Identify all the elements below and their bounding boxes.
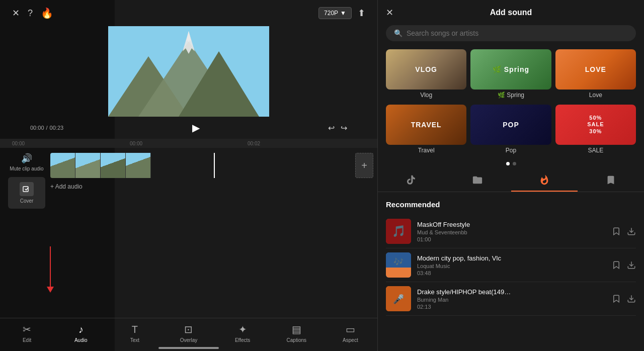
toolbar-item-aspect[interactable]: ▭ Aspect (338, 323, 363, 343)
song-item-1: 🎵 MaskOff Freestyle Mud & Seventeenbb 01… (386, 215, 636, 248)
audio-icon: ♪ (78, 324, 84, 335)
video-frame-2 (75, 153, 101, 178)
song-duration-2: 03:48 (417, 270, 606, 276)
genre-item-vlog: VLOG Vlog (386, 49, 466, 101)
toolbar-item-effects[interactable]: ✦ Effects (230, 323, 255, 343)
bottom-toolbar: ✂ Edit ♪ Audio T Text ⊡ Overlay ✦ Effect… (0, 318, 377, 351)
audio-label: Audio (74, 337, 88, 343)
search-bar[interactable]: 🔍 (386, 25, 636, 41)
song-item-3: 🎤 Drake style/HIPHOP beat(149… Burning M… (386, 282, 636, 316)
add-audio-button[interactable]: + Add audio (50, 181, 83, 192)
tab-bookmark[interactable] (578, 169, 644, 192)
add-clip-button[interactable]: + (355, 153, 373, 178)
download-icon-2 (627, 260, 636, 270)
scrubber-times: 00:00 00:00 00:02 (12, 141, 365, 146)
song-item-2: 🎶 Modern city pop, fashion, Vlc Loquat M… (386, 248, 636, 282)
recommended-section: Recommended 🎵 MaskOff Freestyle Mud & Se… (378, 194, 644, 351)
bookmark-button-2[interactable] (612, 260, 621, 270)
total-time: 00:23 (50, 125, 64, 131)
tab-tiktok[interactable] (378, 169, 444, 192)
captions-icon: ▤ (292, 323, 301, 335)
song-thumb-art-1: 🎵 (386, 219, 411, 244)
song-actions-2 (612, 260, 636, 270)
toolbar-item-text[interactable]: T Text (122, 324, 147, 343)
download-icon-1 (627, 227, 636, 236)
song-thumbnail-1: 🎵 (386, 219, 411, 244)
genre-name-spring: 🌿 Spring (470, 90, 551, 101)
dot-2 (513, 162, 516, 165)
speaker-icon: 🔊 (21, 153, 32, 164)
timeline-scrubber[interactable]: 00:00 00:00 00:02 (0, 139, 377, 148)
sound-tabs (378, 169, 644, 192)
genre-label-vlog: VLOG (386, 49, 466, 90)
quality-button[interactable]: 720P ▼ (318, 7, 352, 19)
song-thumb-art-3: 🎤 (386, 286, 411, 311)
track-controls: 🔊 Mute clip audio Cover (0, 153, 45, 313)
right-panel: ✕ Add sound 🔍 VLOG Vlog 🌿 Spring 🌿 Sprin… (377, 0, 644, 351)
red-arrow-indicator (47, 246, 54, 293)
play-button[interactable]: ▶ (192, 122, 200, 134)
genre-label-travel: TRAVEL (386, 105, 466, 145)
add-audio-label: + Add audio (50, 183, 83, 190)
time-display: 00:00 / 00:23 (30, 125, 63, 131)
genre-item-pop: POP Pop (470, 105, 551, 156)
close-button[interactable]: ✕ (12, 8, 20, 19)
edit-icon: ✂ (23, 323, 31, 335)
genre-card-vlog[interactable]: VLOG (386, 49, 466, 90)
download-button-3[interactable] (627, 294, 636, 303)
upload-button[interactable]: ⬆ (358, 8, 365, 19)
undo-redo-group: ↩ ↪ (328, 123, 347, 133)
toolbar-item-captions[interactable]: ▤ Captions (284, 323, 309, 343)
genre-name-vlog: Vlog (386, 90, 466, 101)
download-button-2[interactable] (627, 260, 636, 270)
playhead (214, 153, 215, 178)
arrow-line (50, 246, 51, 287)
sound-close-button[interactable]: ✕ (386, 7, 393, 18)
redo-button[interactable]: ↪ (341, 123, 347, 133)
song-title-3: Drake style/HIPHOP beat(149… (417, 288, 606, 296)
song-artist-3: Burning Man (417, 297, 606, 303)
song-duration-3: 02:13 (417, 304, 606, 310)
bookmark-button-1[interactable] (612, 227, 621, 236)
flame-icon: 🔥 (41, 7, 53, 19)
effects-icon: ✦ (238, 323, 247, 335)
toolbar-item-overlay[interactable]: ⊡ Overlay (176, 323, 201, 343)
genre-card-love[interactable]: LOVE (555, 49, 636, 90)
genre-card-sale[interactable]: 50%SALE30% (555, 105, 636, 145)
svg-text:🎶: 🎶 (393, 257, 404, 267)
arrow-head (47, 287, 54, 293)
cover-button[interactable]: Cover (8, 177, 45, 209)
video-strip (50, 153, 377, 178)
quality-label: 720P (324, 10, 338, 17)
toolbar-item-audio[interactable]: ♪ Audio (68, 324, 94, 343)
song-thumbnail-2: 🎶 (386, 252, 411, 278)
tab-folder[interactable] (444, 169, 511, 192)
song-info-1: MaskOff Freestyle Mud & Seventeenbb 01:0… (417, 221, 606, 242)
genre-item-love: LOVE Love (555, 49, 636, 101)
toolbar-item-edit[interactable]: ✂ Edit (15, 323, 40, 343)
song-thumbnail-3: 🎤 (386, 286, 411, 311)
timeline-controls: 00:00 / 00:23 ▶ ↩ ↪ (0, 117, 377, 139)
undo-button[interactable]: ↩ (328, 123, 335, 133)
genre-card-pop[interactable]: POP (470, 105, 551, 145)
song-info-2: Modern city pop, fashion, Vlc Loquat Mus… (417, 254, 606, 276)
genre-card-spring[interactable]: 🌿 Spring (470, 49, 551, 90)
genre-grid: VLOG Vlog 🌿 Spring 🌿 Spring LOVE Love (378, 49, 644, 156)
help-button[interactable]: ? (28, 8, 33, 19)
bookmark-button-3[interactable] (612, 294, 621, 303)
search-input[interactable] (407, 29, 628, 37)
edit-label: Edit (23, 337, 31, 343)
genre-card-travel[interactable]: TRAVEL (386, 105, 466, 145)
mute-audio-button[interactable]: 🔊 Mute clip audio (8, 153, 45, 172)
download-button-1[interactable] (627, 227, 636, 236)
video-preview (108, 26, 269, 117)
top-bar: ✕ ? 🔥 720P ▼ ⬆ (0, 0, 377, 26)
mountain-illustration (108, 26, 269, 117)
aspect-icon: ▭ (346, 323, 355, 335)
tab-recommended[interactable] (511, 169, 578, 192)
bookmark-icon-3 (612, 294, 621, 303)
video-frame-1 (50, 153, 75, 178)
genre-name-travel: Travel (386, 145, 466, 156)
cover-icon (20, 182, 34, 196)
song-duration-1: 01:00 (417, 236, 606, 242)
